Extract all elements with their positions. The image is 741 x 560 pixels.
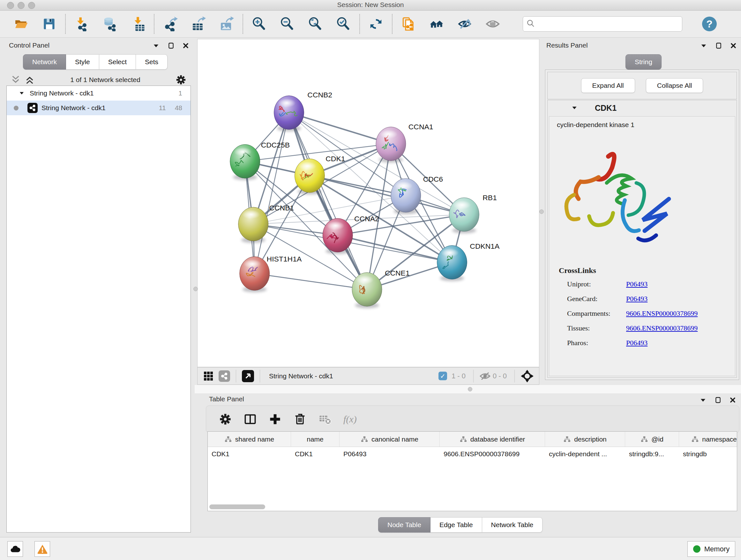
panel-close-icon[interactable] [182,42,190,50]
table-row[interactable]: CDK1CDK1P064939606.ENSP00000378699cyclin… [208,447,737,461]
table-panel-tabs: Node TableEdge TableNetwork Table [378,517,542,533]
network-share-icon[interactable] [219,370,230,382]
import-network-from-database-icon[interactable] [102,16,118,32]
panel-maximize-icon[interactable] [167,42,175,50]
tab-network-table[interactable]: Network Table [482,517,543,533]
show-columns-icon[interactable] [244,413,257,426]
collapse-all-networks-icon[interactable] [24,74,35,85]
new-network-from-selection-icon[interactable] [401,16,416,32]
collection-expander-icon[interactable] [18,90,25,97]
zoom-out-icon[interactable] [280,16,295,32]
add-column-icon[interactable] [269,413,281,426]
network-node-cdk1[interactable] [294,159,325,194]
import-table-from-file-icon[interactable] [130,16,145,32]
table-horizontal-scrollbar[interactable] [209,504,265,509]
crosslink-link[interactable]: P06493 [626,280,648,288]
cloud-button[interactable] [7,541,23,557]
splitter-handle-left[interactable] [193,287,198,291]
panel-collapse-icon[interactable] [699,42,708,50]
function-builder-icon[interactable]: f(x) [343,414,357,425]
delete-column-icon[interactable] [293,413,307,426]
help-icon[interactable]: ? [702,17,717,31]
column-header-namespace[interactable]: namespace [679,432,737,447]
search-field[interactable] [523,16,682,32]
network-node-cdc6[interactable] [391,179,421,214]
network-collection-row[interactable]: String Network - cdk1 1 [7,86,191,101]
network-graph[interactable]: CCNB2CCNA1CDC25BCDK1CDC6RB1CCNB1CCNA2CDK… [198,39,539,367]
column-header-shared-name[interactable]: shared name [208,432,291,447]
panel-close-icon[interactable] [730,42,737,50]
zoom-in-icon[interactable] [252,16,267,32]
column-header--id[interactable]: @id [625,432,679,447]
network-view-canvas[interactable]: CCNB2CCNA1CDC25BCDK1CDC6RB1CCNB1CCNA2CDK… [197,39,539,367]
open-session-icon[interactable] [13,16,29,32]
panel-maximize-icon[interactable] [715,42,723,50]
gene-entry-section: CDK1 cyclin-dependent kinase 1 [547,100,737,378]
export-image-icon[interactable] [219,16,234,32]
tab-edge-table[interactable]: Edge Table [430,517,482,533]
network-node-ccne1[interactable] [352,273,382,308]
toolbar-group [163,16,234,32]
crosslink-link[interactable]: P06493 [626,295,648,303]
zoom-selected-icon[interactable] [336,16,351,32]
show-all-icon[interactable] [485,16,500,32]
grid-view-icon[interactable] [203,370,214,382]
network-node-ccnb2[interactable] [274,96,304,132]
network-node-cdkn1a[interactable] [437,246,467,281]
network-edge[interactable] [289,113,391,144]
network-row-selected[interactable]: String Network - cdk1 11 48 [7,101,191,115]
tab-style[interactable]: Style [66,54,99,70]
expand-all-networks-icon[interactable] [10,74,21,85]
network-node-hist1h1a[interactable] [240,257,270,293]
import-network-from-file-icon[interactable] [74,16,89,32]
column-header-description[interactable]: description [545,432,625,447]
crosslink-row: Tissues:9606.ENSP00000378699 [567,321,735,335]
hidden-items-eye-icon[interactable] [479,370,491,382]
hide-selected-icon[interactable] [457,16,472,32]
network-node-ccnb1[interactable] [239,207,268,243]
panel-collapse-icon[interactable] [152,42,160,50]
save-session-icon[interactable] [42,16,57,32]
export-network-icon[interactable] [163,16,178,32]
delete-table-icon[interactable] [319,413,331,426]
network-node-cdc25b[interactable] [230,144,260,180]
zoom-fit-content-icon[interactable] [308,16,323,32]
column-header-database-identifier[interactable]: database identifier [440,432,545,447]
refresh-view-icon[interactable] [368,16,384,32]
search-input[interactable] [538,20,679,28]
export-table-icon[interactable] [191,16,206,32]
network-node-ccna1[interactable] [376,127,406,163]
memory-button[interactable]: Memory [687,541,735,557]
crosslink-link[interactable]: 9606.ENSP00000378699 [626,324,697,332]
tab-sets[interactable]: Sets [136,54,167,70]
network-edge[interactable] [338,235,452,262]
warnings-button[interactable] [35,541,50,557]
panel-collapse-icon[interactable] [699,396,707,404]
tab-string[interactable]: String [625,54,662,70]
panel-maximize-icon[interactable] [714,396,722,404]
tab-select[interactable]: Select [99,54,136,70]
panel-close-icon[interactable] [729,396,737,404]
pan-crosshair-icon[interactable] [521,369,534,383]
network-node-rb1[interactable] [449,198,479,233]
splitter-handle-horizontal[interactable] [468,387,472,391]
column-header-name[interactable]: name [291,432,340,447]
crosslink-link[interactable]: 9606.ENSP00000378699 [626,309,697,318]
network-options-gear-icon[interactable] [176,74,186,85]
gene-entry-header[interactable]: CDK1 [548,100,737,116]
network-edge[interactable] [255,273,367,290]
expand-all-button[interactable]: Expand All [581,78,635,93]
apps-home-icon[interactable] [429,16,444,32]
tab-network[interactable]: Network [23,54,66,70]
birdseye-view-icon[interactable] [242,370,254,382]
crosslink-link[interactable]: P06493 [626,339,648,347]
node-label: HIST1H1A [267,255,302,263]
column-header-canonical-name[interactable]: canonical name [340,432,440,447]
gene-expander-icon[interactable] [570,104,578,112]
network-edge[interactable] [255,113,289,273]
selected-nodes-checkbox[interactable]: ✓ [439,372,447,380]
collapse-all-button[interactable]: Collapse All [646,78,703,93]
network-node-ccna2[interactable] [323,219,353,254]
tab-node-table[interactable]: Node Table [378,517,430,533]
table-options-gear-icon[interactable] [219,413,232,426]
